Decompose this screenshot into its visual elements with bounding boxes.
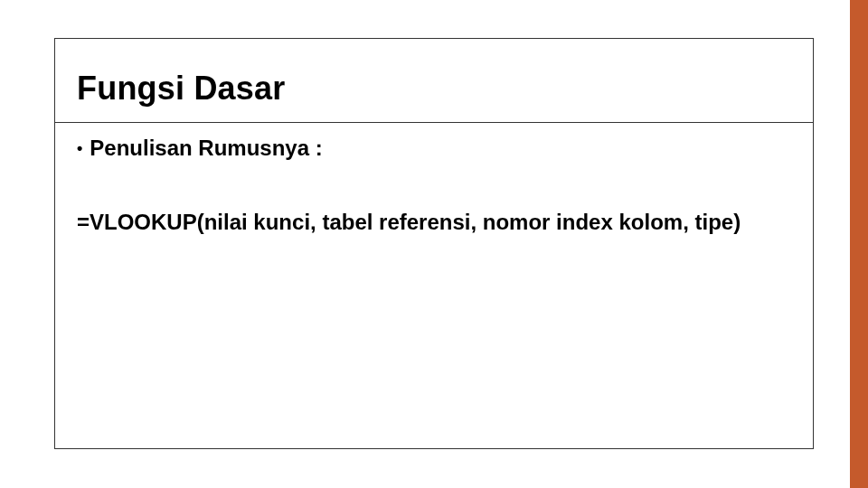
bullet-marker: • — [77, 140, 82, 156]
bullet-text: Penulisan Rumusnya : — [90, 136, 322, 161]
slide-frame: Fungsi Dasar • Penulisan Rumusnya : =VLO… — [54, 38, 814, 449]
title-block: Fungsi Dasar — [55, 39, 813, 123]
slide-title: Fungsi Dasar — [77, 70, 791, 108]
body-block: • Penulisan Rumusnya : =VLOOKUP(nilai ku… — [55, 123, 813, 236]
formula-text: =VLOOKUP(nilai kunci, tabel referensi, n… — [77, 208, 791, 236]
bullet-line: • Penulisan Rumusnya : — [77, 136, 791, 161]
accent-bar — [850, 0, 868, 488]
